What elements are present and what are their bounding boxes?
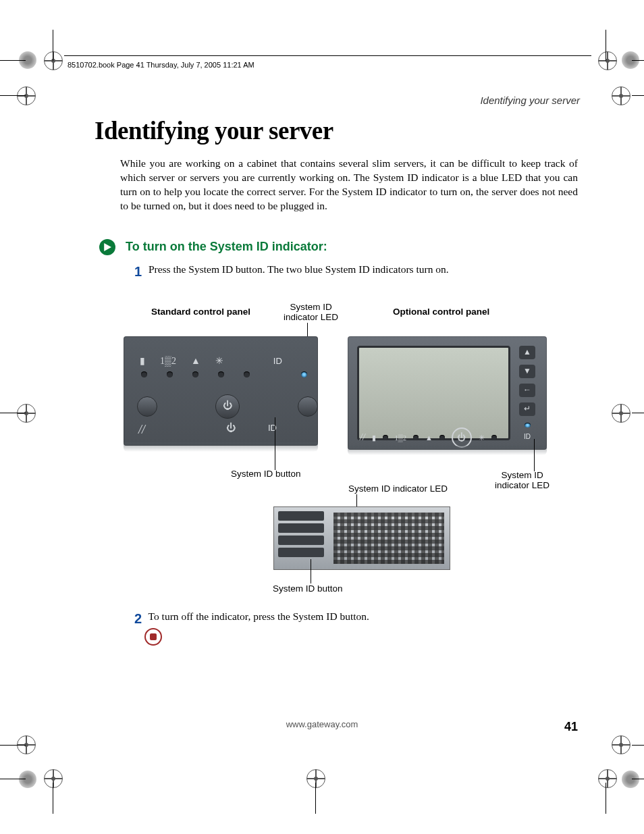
net-led [167,371,173,377]
network-icon: 1▒2 [395,434,406,442]
crop-line [632,60,644,61]
label-sysid-button: System ID button [231,469,301,479]
crop-line [606,783,606,814]
led [383,435,388,440]
power-icon: ⏻ [226,423,236,434]
crop-line [632,413,644,413]
id-label: ID [273,356,282,366]
port-icon [278,536,324,545]
registration-mark-icon [306,769,325,788]
led [413,435,419,440]
net-led-2 [192,371,198,377]
system-id-led [525,423,531,427]
label-sysid-button-bottom: System ID button [273,583,343,594]
system-id-led [301,371,307,377]
step-text: To turn off the indicator, press the Sys… [149,610,369,622]
svg-marker-0 [104,243,111,251]
reset-icon: // [360,432,365,443]
label-sysid-led-right: System ID indicator LED [495,470,549,490]
page-number: 41 [564,720,578,734]
crop-line [0,779,26,779]
crop-line [0,413,26,413]
enter-icon: ↵ [519,402,535,416]
warning-icon: ▲ [191,356,200,367]
play-icon [99,239,115,255]
standard-control-panel-figure: ▮ 1▒2 ▲ ✳ ID ⏻ // [124,336,318,446]
registration-mark-icon [612,404,630,423]
panel-reflection [348,446,547,455]
id-label: ID [268,423,277,433]
up-arrow-icon: ▲ [519,346,535,359]
back-arrow-icon: ← [519,384,535,397]
label-sysid-led-top: System ID indicator LED [284,302,338,322]
registration-mark-icon [44,769,63,788]
registration-mark-icon [612,86,630,105]
callout-line [275,417,275,470]
running-head: Identifying your server [480,95,580,106]
vent-grille [333,513,444,564]
registration-mark-icon [17,86,36,105]
label-standard-panel: Standard control panel [151,307,250,317]
crop-line [53,783,53,814]
fan-icon: ✳ [479,434,485,442]
hdd-icon: ▮ [140,355,145,367]
label-sysid-led-bottom: System ID indicator LED [348,484,448,494]
fan-led [244,371,250,377]
book-metadata: 8510702.book Page 41 Thursday, July 7, 2… [68,61,254,69]
stop-icon [144,628,162,646]
led [491,435,497,440]
intro-paragraph: While you are working on a cabinet that … [120,157,578,213]
network-icon: 1▒2 [160,356,176,367]
printer-mark-icon [19,771,36,788]
registration-mark-icon [44,51,63,70]
registration-mark-icon [598,769,617,788]
power-button-figure: ⏻ [452,427,472,448]
hdd-led [141,371,147,377]
rear-panel-figure [273,506,450,570]
callout-line [534,439,535,471]
optional-control-panel-figure: ▲ ▼ ← ↵ ID // ▮ 1▒2 ▲ ⏻ ✳ [348,336,547,450]
registration-mark-icon [612,735,630,754]
page-title: Identifying your server [95,116,333,145]
step-2: 2 To turn off the indicator, press the S… [126,609,578,628]
reset-icon: // [138,423,145,437]
crop-line [0,95,26,96]
registration-mark-icon [17,404,36,423]
registration-mark-icon [598,51,617,70]
crop-line [606,30,606,61]
port-icon [278,511,324,521]
hdd-icon: ▮ [372,434,376,442]
port-icon [278,523,324,533]
crop-line [0,745,26,746]
crop-line [632,779,644,779]
power-button-figure: ⏻ [215,394,240,419]
crop-line [632,95,644,96]
crop-line [315,783,316,814]
lcd-screen [357,346,510,440]
label-optional-panel: Optional control panel [393,307,489,317]
panel-reflection [124,442,318,452]
system-id-button-figure [298,396,318,417]
footer-url: www.gateway.com [0,719,644,729]
step-number: 2 [126,609,142,628]
down-arrow-icon: ▼ [519,365,535,378]
reset-button-figure [137,396,157,417]
fan-icon: ✳ [215,355,223,367]
crop-line [0,60,26,61]
crop-line [632,745,644,746]
crop-line [53,30,53,61]
step-text: Press the System ID button. The two blue… [149,263,449,275]
header-rule [64,55,591,56]
port-icon [278,548,324,557]
printer-mark-icon [622,771,639,788]
step-1: 1 Press the System ID button. The two bl… [126,262,578,281]
led [439,435,445,440]
step-number: 1 [126,262,142,281]
callout-line [311,559,311,583]
procedure-title: To turn on the System ID indicator: [126,240,327,254]
warning-icon: ▲ [425,434,433,442]
warn-led [218,371,224,377]
